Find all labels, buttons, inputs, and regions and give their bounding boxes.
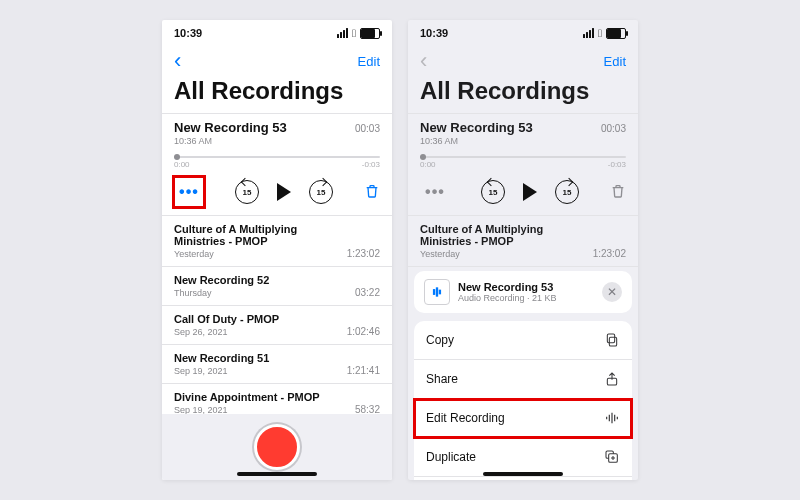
playback-controls: ••• 15 15 <box>174 177 380 207</box>
expanded-duration: 00:03 <box>355 123 380 134</box>
audio-thumbnail-icon <box>424 279 450 305</box>
status-time: 10:39 <box>174 27 202 39</box>
list-item[interactable]: New Recording 52Thursday03:22 <box>162 267 392 306</box>
delete-button[interactable] <box>364 183 380 201</box>
nav-bar: ‹ Edit <box>162 43 392 75</box>
expanded-recording: New Recording 53 00:03 10:36 AM 0:00 -0:… <box>408 114 638 216</box>
voice-memos-share-screen: 10:39 􀙇 ‹ Edit All Recordings New Record… <box>408 20 638 480</box>
scrub-elapsed: 0:00 <box>174 160 190 169</box>
expanded-subtitle: 10:36 AM <box>174 136 380 146</box>
close-button[interactable]: ✕ <box>602 282 622 302</box>
status-bar: 10:39 􀙇 <box>408 20 638 43</box>
menu-item-favorite[interactable]: Favorite <box>414 477 632 480</box>
status-bar: 10:39 􀙇 <box>162 20 392 43</box>
skip-back-button: 15 <box>481 180 505 204</box>
waveform-icon <box>604 410 620 426</box>
more-icon: ••• <box>425 184 445 200</box>
share-header: New Recording 53 Audio Recording · 21 KB… <box>414 271 632 313</box>
share-item-subtitle: Audio Recording · 21 KB <box>458 293 557 303</box>
share-icon <box>604 371 620 387</box>
scrub-remaining: -0:03 <box>608 160 626 169</box>
expanded-title: New Recording 53 <box>420 120 533 135</box>
skip-forward-button[interactable]: 15 <box>309 180 333 204</box>
list-item[interactable]: New Recording 51Sep 19, 20211:21:41 <box>162 345 392 384</box>
voice-memos-list-screen: 10:39 􀙇 ‹ Edit All Recordings New Record… <box>162 20 392 480</box>
svg-rect-1 <box>436 288 437 296</box>
action-menu: Copy Share Edit Recording Duplicate Favo… <box>414 321 632 480</box>
record-footer <box>162 414 392 480</box>
wifi-icon: 􀙇 <box>598 28 602 39</box>
more-icon: ••• <box>179 184 199 200</box>
scrub-elapsed: 0:00 <box>420 160 436 169</box>
list-item[interactable]: Culture of A Multiplying Ministries - PM… <box>162 216 392 267</box>
svg-rect-4 <box>607 334 614 343</box>
expanded-subtitle: 10:36 AM <box>420 136 626 146</box>
home-indicator[interactable] <box>483 472 563 476</box>
edit-button: Edit <box>604 54 626 69</box>
menu-item-edit-recording[interactable]: Edit Recording <box>414 399 632 438</box>
status-indicators: 􀙇 <box>583 28 626 39</box>
battery-icon <box>360 28 380 39</box>
nav-bar: ‹ Edit <box>408 43 638 75</box>
recording-list: Culture of A Multiplying Ministries - PM… <box>162 216 392 414</box>
delete-button <box>610 183 626 201</box>
playback-controls: ••• 15 15 <box>420 177 626 207</box>
menu-item-copy[interactable]: Copy <box>414 321 632 360</box>
more-options-button[interactable]: ••• <box>174 177 204 207</box>
share-item-title: New Recording 53 <box>458 281 557 293</box>
scrubber <box>420 156 626 158</box>
skip-back-button[interactable]: 15 <box>235 180 259 204</box>
scrubber[interactable] <box>174 156 380 158</box>
share-sheet: New Recording 53 Audio Recording · 21 KB… <box>408 267 638 480</box>
back-button: ‹ <box>420 50 427 72</box>
expanded-duration: 00:03 <box>601 123 626 134</box>
expanded-title[interactable]: New Recording 53 <box>174 120 287 135</box>
list-item[interactable]: Call Of Duty - PMOPSep 26, 20211:02:46 <box>162 306 392 345</box>
signal-icon <box>337 28 348 38</box>
page-title: All Recordings <box>162 75 392 114</box>
skip-forward-button: 15 <box>555 180 579 204</box>
play-button <box>523 183 537 201</box>
signal-icon <box>583 28 594 38</box>
svg-rect-0 <box>434 290 435 295</box>
list-item[interactable]: Divine Appointment - PMOPSep 19, 202158:… <box>162 384 392 414</box>
page-title: All Recordings <box>408 75 638 114</box>
menu-item-share[interactable]: Share <box>414 360 632 399</box>
scrub-remaining: -0:03 <box>362 160 380 169</box>
wifi-icon: 􀙇 <box>352 28 356 39</box>
status-indicators: 􀙇 <box>337 28 380 39</box>
svg-rect-3 <box>609 337 616 346</box>
battery-icon <box>606 28 626 39</box>
list-item: Culture of A Multiplying Ministries - PM… <box>408 216 638 267</box>
expanded-recording: New Recording 53 00:03 10:36 AM 0:00 -0:… <box>162 114 392 216</box>
play-button[interactable] <box>277 183 291 201</box>
more-options-button: ••• <box>420 177 450 207</box>
back-button[interactable]: ‹ <box>174 50 181 72</box>
record-button[interactable] <box>254 424 300 470</box>
close-icon: ✕ <box>607 285 617 299</box>
copy-icon <box>604 332 620 348</box>
status-time: 10:39 <box>420 27 448 39</box>
svg-rect-2 <box>439 290 440 294</box>
home-indicator[interactable] <box>237 472 317 476</box>
duplicate-icon <box>604 449 620 465</box>
edit-button[interactable]: Edit <box>358 54 380 69</box>
